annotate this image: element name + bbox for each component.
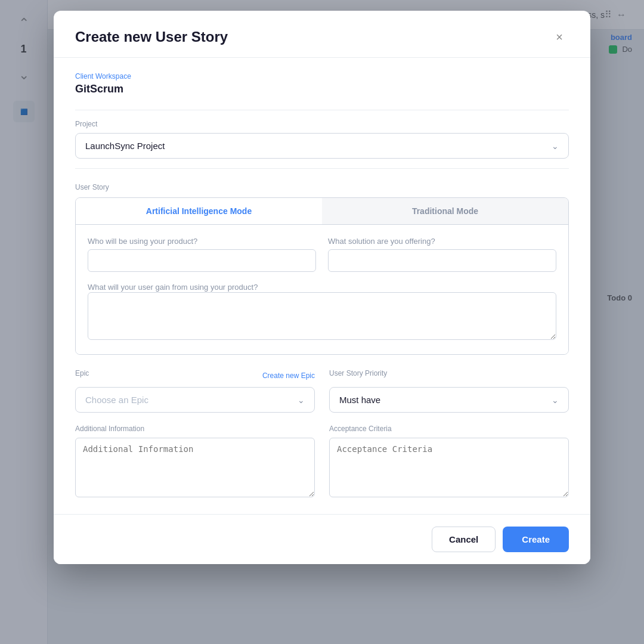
acceptance-textarea[interactable] bbox=[329, 438, 569, 497]
gain-label: What will your user gain from using your… bbox=[88, 283, 258, 292]
solution-label: What solution are you offering? bbox=[328, 237, 556, 246]
priority-value: Must have bbox=[339, 395, 380, 405]
project-select[interactable]: LaunchSync Project ⌄ bbox=[75, 133, 569, 159]
user-story-section: User Story Artificial Intelligence Mode … bbox=[75, 183, 569, 355]
additional-textarea[interactable] bbox=[75, 438, 315, 497]
solution-field-group: What solution are you offering? bbox=[328, 237, 556, 272]
cancel-button[interactable]: Cancel bbox=[432, 527, 496, 552]
who-label: Who will be using your product? bbox=[88, 237, 316, 246]
epic-placeholder: Choose an Epic bbox=[85, 395, 148, 405]
modal-dialog: Create new User Story × Client Workspace… bbox=[54, 11, 590, 564]
create-button[interactable]: Create bbox=[503, 527, 569, 552]
additional-label: Additional Information bbox=[75, 425, 315, 433]
epic-chevron-icon: ⌄ bbox=[298, 395, 305, 405]
priority-group: User Story Priority Must have ⌄ bbox=[329, 369, 569, 413]
workspace-name: GitScrum bbox=[75, 83, 569, 95]
project-chevron-icon: ⌄ bbox=[552, 141, 559, 151]
tab-ai-mode[interactable]: Artificial Intelligence Mode bbox=[76, 198, 322, 224]
workspace-label: Client Workspace bbox=[75, 72, 569, 80]
create-epic-link[interactable]: Create new Epic bbox=[262, 371, 315, 380]
tab-traditional-mode[interactable]: Traditional Mode bbox=[322, 198, 568, 224]
priority-label: User Story Priority bbox=[329, 369, 387, 377]
project-section: Project LaunchSync Project ⌄ bbox=[75, 120, 569, 159]
additional-row: Additional Information Acceptance Criter… bbox=[75, 425, 569, 500]
epic-priority-row: Epic Create new Epic Choose an Epic ⌄ Us… bbox=[75, 369, 569, 413]
acceptance-group: Acceptance Criteria bbox=[329, 425, 569, 500]
priority-select[interactable]: Must have ⌄ bbox=[329, 387, 569, 413]
user-story-label: User Story bbox=[75, 183, 569, 191]
epic-label-row: Epic Create new Epic bbox=[75, 369, 315, 382]
divider-1 bbox=[75, 110, 569, 110]
additional-group: Additional Information bbox=[75, 425, 315, 500]
project-value: LaunchSync Project bbox=[85, 141, 165, 151]
priority-label-row: User Story Priority bbox=[329, 369, 569, 382]
modal-overlay: Create new User Story × Client Workspace… bbox=[0, 0, 644, 644]
acceptance-label: Acceptance Criteria bbox=[329, 425, 569, 433]
modal-footer: Cancel Create bbox=[54, 514, 590, 564]
story-fields-row: Who will be using your product? What sol… bbox=[88, 237, 556, 272]
divider-2 bbox=[75, 168, 569, 169]
modal-title: Create new User Story bbox=[75, 29, 228, 45]
priority-chevron-icon: ⌄ bbox=[552, 395, 559, 405]
who-field-group: Who will be using your product? bbox=[88, 237, 316, 272]
solution-input[interactable] bbox=[328, 249, 556, 272]
epic-label: Epic bbox=[75, 369, 89, 377]
gain-field-group: What will your user gain from using your… bbox=[88, 281, 556, 342]
epic-select[interactable]: Choose an Epic ⌄ bbox=[75, 387, 315, 413]
epic-group: Epic Create new Epic Choose an Epic ⌄ bbox=[75, 369, 315, 413]
gain-textarea[interactable] bbox=[88, 292, 556, 340]
who-input[interactable] bbox=[88, 249, 316, 272]
modal-header: Create new User Story × bbox=[54, 11, 590, 58]
close-button[interactable]: × bbox=[550, 27, 569, 47]
project-label: Project bbox=[75, 120, 569, 128]
modal-body: Client Workspace GitScrum Project Launch… bbox=[54, 58, 590, 514]
workspace-section: Client Workspace GitScrum bbox=[75, 72, 569, 95]
tabs-header: Artificial Intelligence Mode Traditional… bbox=[76, 198, 568, 225]
tabs-content: Who will be using your product? What sol… bbox=[76, 225, 568, 354]
tabs-container: Artificial Intelligence Mode Traditional… bbox=[75, 197, 569, 355]
